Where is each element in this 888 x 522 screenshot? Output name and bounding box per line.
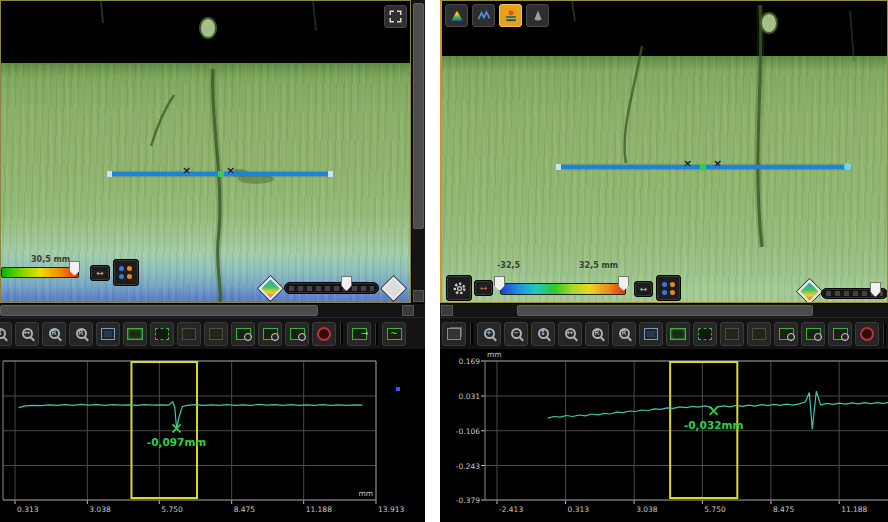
region-zoom-y-button[interactable]: [258, 322, 282, 346]
x-tick-label: 5.750: [704, 505, 726, 514]
measure-line[interactable]: × ×: [558, 165, 848, 169]
zoom-in-button[interactable]: +: [477, 322, 501, 346]
zoom-reset-button[interactable]: R: [69, 322, 93, 346]
measure-point-dot[interactable]: [218, 171, 224, 177]
profile-col-button[interactable]: [204, 322, 228, 346]
cone-icon: [530, 8, 546, 24]
export-button[interactable]: [347, 322, 371, 346]
fit-grid-icon: [644, 328, 658, 340]
region-zoom-icon: [779, 328, 794, 340]
zoom-reset-icon: R: [76, 328, 87, 339]
line-endpoint-left[interactable]: [556, 164, 561, 170]
toolbar-separator: [883, 323, 886, 345]
zoom-region-button[interactable]: R: [585, 322, 609, 346]
color-scale-bar[interactable]: [1, 267, 79, 278]
x-unit-label: mm: [358, 489, 373, 498]
measure-point-dot[interactable]: [700, 164, 706, 170]
range-cursor-a[interactable]: ×: [683, 158, 692, 169]
profile-row-button[interactable]: [720, 322, 744, 346]
horizontal-scrollbar[interactable]: [440, 304, 888, 317]
x-tick-label: -2.413: [499, 505, 523, 514]
zoom-reset-button[interactable]: R: [612, 322, 636, 346]
region-zoom-icon: [236, 328, 251, 340]
color-scale-bar[interactable]: [500, 283, 626, 295]
line-endpoint-left[interactable]: [107, 171, 112, 177]
scroll-left-button[interactable]: [441, 305, 453, 316]
height-map-mode-button[interactable]: [445, 4, 468, 27]
region-zoom-xy-button[interactable]: [828, 322, 852, 346]
zoom-region-icon: R: [49, 328, 60, 339]
y-tick-label: -0.379: [456, 496, 480, 505]
fit-view-button[interactable]: [96, 322, 120, 346]
zoom-vertical-button[interactable]: ↕: [531, 322, 555, 346]
show-image-button[interactable]: [123, 322, 147, 346]
line-endpoint-right[interactable]: [844, 163, 851, 170]
toolbar-icons: ↕↔RR~: [0, 322, 406, 346]
viewer-panel-right: × × ↔ -32,5 32,5 mm ↔: [440, 0, 888, 317]
blue-dot-icon: [662, 290, 667, 295]
profile-row-button[interactable]: [177, 322, 201, 346]
tile-icon: [447, 328, 461, 340]
auto-range-button[interactable]: ↔: [90, 265, 110, 281]
gear-icon: [452, 281, 467, 296]
app-window: × × 30,5 mm ↔: [0, 0, 888, 522]
fit-view-button[interactable]: [639, 322, 663, 346]
cone-mode-button[interactable]: [526, 4, 549, 27]
layer-slider[interactable]: [284, 282, 379, 294]
image-viewport-right[interactable]: × × ↔ -32,5 32,5 mm ↔: [440, 0, 888, 303]
range-cursor-b[interactable]: ×: [226, 165, 235, 176]
fit-grid-icon: [101, 328, 115, 340]
vertical-scroll-thumb[interactable]: [413, 3, 424, 229]
record-icon: [860, 327, 874, 341]
record-button[interactable]: [312, 322, 336, 346]
horizontal-scroll-thumb[interactable]: [0, 305, 318, 316]
palette-toggle-button[interactable]: [113, 259, 139, 286]
profile-chart-svg-right: -2.4130.3133.0385.7508.47511.1880.1690.0…: [440, 349, 888, 522]
show-image-button[interactable]: [666, 322, 690, 346]
zoom-horizontal-button[interactable]: ↔: [15, 322, 39, 346]
x-tick-label: 11.188: [841, 505, 867, 514]
palette-toggle-button[interactable]: [656, 275, 681, 301]
profile-mode-button[interactable]: [472, 4, 495, 27]
range-cursor-a[interactable]: ×: [182, 165, 191, 176]
layout-button[interactable]: [442, 322, 466, 346]
orange-dot-icon: [127, 266, 132, 271]
scroll-corner-button[interactable]: [402, 305, 414, 316]
selection-region[interactable]: [131, 362, 197, 498]
region-zoom-x-button[interactable]: [231, 322, 255, 346]
region-zoom-x-button[interactable]: [774, 322, 798, 346]
vertical-scrollbar[interactable]: [412, 0, 425, 303]
zoom-out-button[interactable]: −: [504, 322, 528, 346]
layer-mode-button[interactable]: [499, 4, 522, 27]
show-frame-button[interactable]: [693, 322, 717, 346]
settings-button[interactable]: [446, 275, 472, 301]
zoom-region-icon: R: [592, 328, 603, 339]
measure-wave-button[interactable]: ~: [382, 322, 406, 346]
zoom-vertical-button[interactable]: ↕: [0, 322, 12, 346]
measure-value-label: -0,097mm: [147, 436, 207, 448]
region-zoom-y-button[interactable]: [801, 322, 825, 346]
auto-range-button[interactable]: ↔: [634, 281, 653, 297]
horizontal-scroll-thumb[interactable]: [517, 305, 813, 316]
view-mode-toolbar: [445, 4, 549, 27]
line-endpoint-right[interactable]: [328, 171, 333, 177]
record-button[interactable]: [855, 322, 879, 346]
orange-dot-icon: [670, 290, 675, 295]
frame-icon: [698, 328, 712, 340]
y-tick-label: -0.243: [456, 462, 480, 471]
reset-range-button[interactable]: ↔: [474, 280, 493, 296]
region-zoom-icon: [290, 328, 305, 340]
zoom-region-button[interactable]: R: [42, 322, 66, 346]
horizontal-scrollbar[interactable]: [0, 304, 425, 317]
measure-marker[interactable]: [710, 407, 718, 415]
image-viewport-left[interactable]: × × 30,5 mm ↔: [0, 0, 411, 303]
show-frame-button[interactable]: [150, 322, 174, 346]
range-cursor-b[interactable]: ×: [713, 158, 722, 169]
measure-line[interactable]: × ×: [109, 172, 331, 176]
zoom-horizontal-icon: ↔: [22, 328, 33, 339]
profile-col-button[interactable]: [747, 322, 771, 346]
region-zoom-xy-button[interactable]: [285, 322, 309, 346]
zoom-horizontal-button[interactable]: ↔: [558, 322, 582, 346]
scroll-down-button[interactable]: [413, 290, 424, 302]
fullscreen-button[interactable]: [384, 5, 407, 28]
